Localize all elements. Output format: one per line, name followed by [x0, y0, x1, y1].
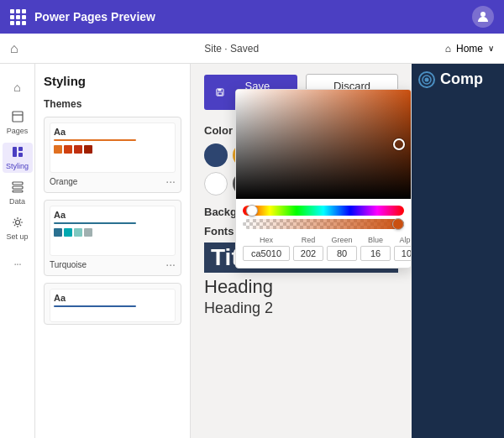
picker-hue-thumb[interactable]: [246, 205, 258, 216]
pages-icon: [12, 111, 24, 125]
red-field-group: Red: [293, 236, 323, 261]
green-input[interactable]: [327, 246, 357, 261]
hex-label: Hex: [243, 236, 290, 244]
user-avatar[interactable]: [472, 6, 494, 28]
picker-alpha-gradient: [243, 219, 404, 229]
picker-gradient-bg: [236, 90, 411, 199]
content-area: Save changes Discard changes Color palet…: [191, 64, 412, 438]
apps-icon[interactable]: [10, 9, 26, 25]
svg-rect-6: [13, 182, 23, 185]
data-icon: [12, 181, 24, 196]
themes-label: Themes: [44, 98, 181, 110]
nav-item-pages[interactable]: Pages: [3, 107, 33, 138]
theme-more-orange[interactable]: ···: [165, 175, 176, 187]
font-heading-preview: Heading: [204, 276, 398, 298]
sidebar-title: Styling: [44, 74, 181, 88]
palette-color-7[interactable]: [204, 172, 228, 196]
green-label: Green: [327, 236, 357, 244]
home-nav-icon: ⌂: [13, 81, 20, 94]
alpha-field-group: Alpha: [394, 236, 412, 261]
svg-point-9: [15, 220, 19, 224]
blue-input[interactable]: [360, 246, 391, 261]
styling-icon: [12, 146, 24, 160]
green-field-group: Green: [327, 236, 357, 261]
svg-rect-5: [18, 153, 23, 157]
theme-card-orange[interactable]: Aa Orange ···: [44, 117, 181, 193]
site-preview: Comp: [412, 64, 504, 438]
theme-more-turquoise[interactable]: ···: [165, 258, 176, 270]
blue-label: Blue: [360, 236, 391, 244]
app-title: Power Pages Preview: [34, 10, 472, 23]
topbar: Power Pages Preview: [0, 0, 504, 34]
svg-point-14: [425, 77, 429, 81]
main-layout: ⌂ Pages Styling Data Set up: [0, 64, 504, 438]
palette-color-1[interactable]: [204, 143, 228, 167]
preview-header: Comp: [412, 64, 504, 95]
theme-footer-orange: Orange ···: [50, 173, 176, 187]
secondbar: ⌂ Site · Saved ⌂ Home ∨: [0, 34, 504, 64]
left-nav: ⌂ Pages Styling Data Set up: [0, 64, 35, 438]
hex-input[interactable]: [243, 246, 290, 261]
nav-item-styling[interactable]: Styling: [3, 143, 33, 173]
nav-item-home[interactable]: ⌂: [3, 72, 33, 102]
svg-rect-8: [13, 190, 23, 192]
preview-logo: [418, 71, 435, 88]
more-dots-icon: ···: [13, 257, 21, 270]
theme-footer-turquoise: Turquoise ···: [50, 256, 176, 270]
color-picker: Hex Red Green Blue Alpha: [235, 89, 412, 269]
preview-company-name: Comp: [440, 70, 483, 88]
svg-rect-1: [13, 112, 23, 122]
picker-alpha-thumb[interactable]: [392, 218, 404, 230]
theme-line-3: [54, 305, 136, 307]
theme-preview-orange: Aa: [50, 123, 176, 173]
svg-rect-4: [18, 147, 23, 151]
theme-swatches-orange: [54, 145, 171, 154]
theme-card-3[interactable]: Aa: [44, 283, 181, 325]
nav-item-setup[interactable]: Set up: [3, 213, 33, 243]
blue-field-group: Blue: [360, 236, 391, 261]
alpha-label: Alpha: [394, 236, 412, 244]
svg-rect-11: [218, 89, 221, 91]
site-status: Site · Saved: [18, 43, 445, 55]
theme-line-orange: [54, 139, 136, 141]
theme-swatches-turquoise: [54, 228, 171, 237]
svg-rect-12: [218, 92, 222, 95]
save-icon: [216, 87, 224, 97]
hex-field-group: Hex: [243, 236, 290, 261]
breadcrumb-home-icon: ⌂: [445, 43, 451, 55]
theme-card-turquoise[interactable]: Aa Turquoise ···: [44, 200, 181, 276]
font-heading2-preview: Heading 2: [204, 300, 398, 317]
home-icon[interactable]: ⌂: [10, 41, 18, 56]
theme-preview-3: Aa: [50, 289, 176, 322]
picker-alpha-slider[interactable]: [243, 219, 404, 229]
styling-sidebar: Styling Themes Aa Orange ··· Aa: [35, 64, 191, 438]
picker-gradient-area[interactable]: [236, 90, 411, 199]
setup-icon: [12, 216, 24, 231]
svg-point-0: [480, 12, 486, 17]
svg-rect-7: [13, 186, 23, 189]
alpha-input[interactable]: [394, 246, 412, 261]
picker-cursor[interactable]: [393, 138, 405, 150]
nav-item-data[interactable]: Data: [3, 178, 33, 208]
red-input[interactable]: [293, 246, 323, 261]
nav-item-more[interactable]: ···: [3, 248, 33, 279]
preview-logo-icon: [421, 74, 433, 86]
picker-fields: Hex Red Green Blue Alpha: [236, 236, 411, 268]
red-label: Red: [293, 236, 323, 244]
theme-preview-turquoise: Aa: [50, 206, 176, 256]
svg-rect-3: [13, 147, 17, 157]
theme-line-turquoise: [54, 222, 136, 224]
breadcrumb: ⌂ Home ∨: [445, 43, 494, 55]
picker-hue-slider[interactable]: [243, 206, 404, 216]
